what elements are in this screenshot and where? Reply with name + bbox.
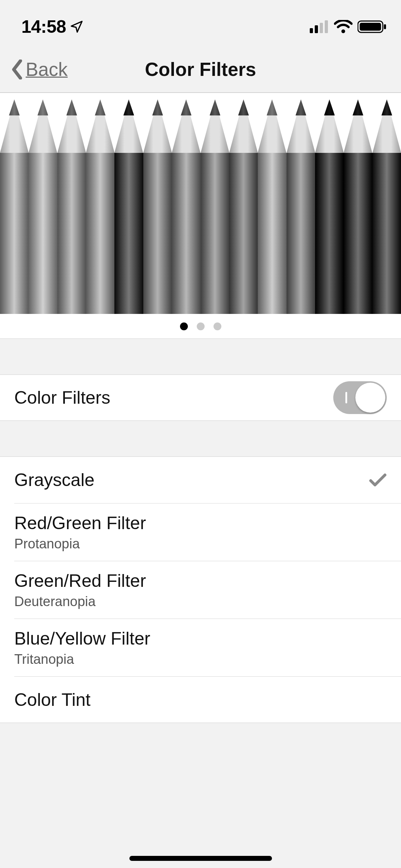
pencil (57, 99, 86, 314)
pencil (114, 99, 143, 314)
pencil (344, 99, 372, 314)
wifi-icon (334, 20, 353, 33)
filter-option[interactable]: Green/Red FilterDeuteranopia (14, 561, 401, 619)
svg-marker-13 (66, 99, 77, 115)
svg-marker-19 (152, 99, 163, 115)
status-bar: 14:58 (0, 0, 401, 46)
svg-marker-27 (267, 99, 277, 115)
section-gap (0, 421, 401, 456)
back-button[interactable]: Back (11, 58, 68, 80)
pencil (143, 99, 172, 314)
pencil-tip (172, 99, 200, 153)
svg-marker-11 (38, 99, 48, 115)
filter-option-subtitle: Protanopia (14, 536, 146, 552)
pencil-tip (258, 99, 286, 153)
filter-option[interactable]: Red/Green FilterProtanopia (14, 503, 401, 561)
checkmark-icon (369, 473, 387, 487)
pencil-tip (287, 99, 315, 153)
filter-option-title: Blue/Yellow Filter (14, 628, 150, 649)
chevron-left-icon (11, 60, 24, 79)
svg-marker-33 (353, 99, 363, 115)
pencil-tip (57, 99, 86, 153)
filter-option-text: Grayscale (14, 470, 94, 490)
color-filters-toggle-row[interactable]: Color Filters (0, 374, 401, 421)
pencil (287, 99, 315, 314)
pencil-body (315, 153, 344, 314)
filter-option-title: Color Tint (14, 689, 91, 710)
color-filters-toggle-label: Color Filters (14, 387, 110, 408)
pencil-body (114, 153, 143, 314)
svg-point-4 (341, 29, 345, 33)
svg-marker-25 (238, 99, 249, 115)
pencil (258, 99, 286, 314)
pencil-tip (29, 99, 57, 153)
pencil (201, 99, 229, 314)
pencil (29, 99, 57, 314)
pencil (172, 99, 200, 314)
pencil (229, 99, 258, 314)
svg-rect-2 (320, 23, 323, 33)
pencil (315, 99, 344, 314)
svg-rect-0 (310, 28, 313, 33)
section-gap (0, 339, 401, 374)
svg-marker-35 (381, 99, 392, 115)
pencil-body (172, 153, 200, 314)
color-filters-toggle[interactable] (333, 381, 387, 414)
filter-option[interactable]: Blue/Yellow FilterTritanopia (14, 619, 401, 676)
pencil-body (287, 153, 315, 314)
pencil-body (0, 153, 29, 314)
status-icons (310, 20, 387, 33)
page-dots (0, 314, 401, 339)
pencil-tip (86, 99, 114, 153)
pencil-body (258, 153, 286, 314)
pencil-tip (201, 99, 229, 153)
pencil-tip (143, 99, 172, 153)
cellular-icon (310, 20, 329, 33)
svg-marker-29 (295, 99, 306, 115)
location-icon (70, 20, 84, 34)
filter-option-title: Grayscale (14, 470, 94, 490)
pencil-tip (114, 99, 143, 153)
pencil-body (29, 153, 57, 314)
page-dot[interactable] (197, 322, 205, 330)
status-time-text: 14:58 (21, 16, 66, 37)
pencil-tip (344, 99, 372, 153)
color-preview[interactable] (0, 93, 401, 314)
filter-option[interactable]: Grayscale (0, 457, 401, 503)
back-label: Back (26, 58, 68, 80)
pencil-body (57, 153, 86, 314)
svg-marker-15 (95, 99, 106, 115)
svg-marker-23 (210, 99, 220, 115)
svg-marker-21 (181, 99, 191, 115)
pencil-tip (0, 99, 29, 153)
nav-bar: Back Color Filters (0, 46, 401, 93)
battery-icon (358, 20, 387, 33)
home-indicator (129, 856, 272, 861)
pencil (86, 99, 114, 314)
page-dot[interactable] (180, 322, 188, 330)
pencil-tip (315, 99, 344, 153)
status-time: 14:58 (21, 16, 84, 37)
filter-option-text: Blue/Yellow FilterTritanopia (14, 628, 150, 667)
pencil-body (229, 153, 258, 314)
svg-rect-6 (360, 23, 381, 31)
toggle-on-indicator (345, 392, 347, 403)
toggle-knob (355, 383, 385, 413)
pencil-tip (229, 99, 258, 153)
page-dot[interactable] (214, 322, 221, 330)
svg-marker-17 (124, 99, 134, 115)
filter-option-text: Green/Red FilterDeuteranopia (14, 570, 146, 609)
filter-option-subtitle: Tritanopia (14, 652, 150, 667)
pencil-body (344, 153, 372, 314)
svg-rect-3 (325, 20, 328, 33)
filter-option-title: Red/Green Filter (14, 513, 146, 533)
svg-marker-31 (324, 99, 335, 115)
filter-option-text: Red/Green FilterProtanopia (14, 513, 146, 552)
pencil-body (86, 153, 114, 314)
filter-option-title: Green/Red Filter (14, 570, 146, 591)
svg-rect-7 (384, 24, 386, 29)
svg-marker-9 (9, 99, 20, 115)
filter-option[interactable]: Color Tint (14, 676, 401, 723)
filter-list: GrayscaleRed/Green FilterProtanopiaGreen… (0, 456, 401, 723)
svg-rect-1 (315, 25, 318, 33)
